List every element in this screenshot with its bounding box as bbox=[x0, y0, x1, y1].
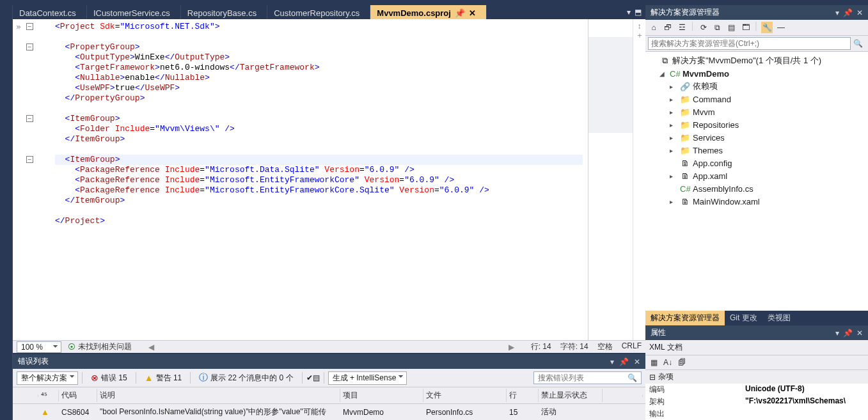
preview-icon[interactable]: 🔧 bbox=[761, 22, 773, 33]
solution-tree[interactable]: ⧉解决方案"MvvmDemo"(1 个项目/共 1 个)◢C#MvvmDemo▸… bbox=[645, 52, 868, 311]
build-intellisense-combo[interactable]: 生成 + IntelliSense bbox=[328, 371, 407, 385]
tree-node[interactable]: ⧉解决方案"MvvmDemo"(1 个项目/共 1 个) bbox=[647, 54, 867, 67]
fold-toggle[interactable]: − bbox=[26, 23, 33, 30]
node-label: Mvvm bbox=[693, 107, 715, 117]
properties-grid[interactable]: ⊟ 杂项编码Unicode (UTF-8)架构"F:\vs202217\xml\… bbox=[645, 370, 868, 420]
pin-icon[interactable]: 📌 bbox=[455, 8, 465, 18]
sync-icon[interactable]: ⟳ bbox=[698, 22, 709, 33]
collapse-icon[interactable]: ⧉ bbox=[712, 22, 723, 33]
pin-icon[interactable]: 📌 bbox=[619, 357, 629, 366]
tree-node[interactable]: ▸📁Services bbox=[647, 131, 867, 144]
pin-icon[interactable]: 📌 bbox=[843, 329, 853, 338]
filter-icon[interactable]: ✔▤ bbox=[306, 373, 320, 382]
tree-node[interactable]: ▸📁Themes bbox=[647, 144, 867, 157]
props-category[interactable]: ⊟ 杂项 bbox=[645, 370, 868, 384]
side-channel[interactable] bbox=[0, 5, 13, 420]
expand-icon[interactable]: ▸ bbox=[670, 83, 677, 90]
code-editor[interactable]: <Project Sdk="Microsoft.NET.Sdk"> <Prope… bbox=[36, 19, 588, 340]
right-tab[interactable]: 类视图 bbox=[762, 311, 796, 325]
props-row[interactable]: 架构"F:\vs202217\xml\Schemas\ bbox=[645, 396, 868, 408]
split-editor-icon[interactable]: ↕＋ bbox=[633, 19, 645, 340]
messages-filter[interactable]: ⓘ展示 22 个消息中的 0 个 bbox=[194, 371, 297, 385]
home-icon[interactable]: ⌂ bbox=[648, 22, 659, 33]
expand-icon[interactable]: ▸ bbox=[670, 147, 677, 154]
expand-icon[interactable]: ▸ bbox=[670, 198, 677, 205]
tree-node[interactable]: 🗎App.config bbox=[647, 157, 867, 169]
document-tab[interactable]: MvvmDemo.csproj📌✕ bbox=[370, 5, 487, 19]
solution-search: 🔍 bbox=[645, 36, 868, 52]
properties-toolbar: ▦ A↓ 🗐 bbox=[645, 355, 868, 370]
issues-status[interactable]: ⦿未找到相关问题 bbox=[68, 341, 132, 352]
error-search-input[interactable] bbox=[535, 372, 625, 384]
solution-explorer-title[interactable]: 解决方案资源管理器 ▾📌✕ bbox=[645, 5, 868, 20]
tree-node[interactable]: ▸🔗依赖项 bbox=[647, 80, 867, 93]
close-icon[interactable]: ✕ bbox=[856, 8, 863, 17]
tree-node[interactable]: ▸📁Command bbox=[647, 93, 867, 105]
switch-views-icon[interactable]: 🗗 bbox=[662, 22, 674, 33]
error-row[interactable]: ▲ CS8604 "bool PersonInfo.IsNameValid(st… bbox=[13, 404, 645, 420]
show-all-icon[interactable]: ▤ bbox=[726, 22, 738, 33]
errors-filter[interactable]: ⊗错误 15 bbox=[86, 371, 132, 385]
dropdown-icon[interactable]: ▾ bbox=[627, 8, 631, 17]
fold-toggle[interactable]: − bbox=[26, 156, 33, 163]
close-icon[interactable]: ✕ bbox=[856, 329, 863, 338]
expand-icon[interactable]: ▸ bbox=[670, 134, 677, 141]
properties-title[interactable]: 属性 ▾📌✕ bbox=[645, 325, 868, 340]
tree-node[interactable]: ▸📁Mvvm bbox=[647, 105, 867, 118]
expand-icon[interactable]: ◢ bbox=[659, 70, 667, 77]
categorized-icon[interactable]: ▦ bbox=[648, 357, 659, 368]
close-icon[interactable]: ✕ bbox=[469, 8, 476, 18]
zoom-combo[interactable]: 100 % bbox=[17, 341, 61, 353]
tree-node[interactable]: ▸📁Repositories bbox=[647, 118, 867, 131]
tree-node[interactable]: C#AssemblyInfo.cs bbox=[647, 182, 867, 195]
indent-mode[interactable]: 空格 bbox=[597, 341, 613, 352]
solution-search-input[interactable] bbox=[648, 37, 851, 50]
prop-value[interactable]: Unicode (UTF-8) bbox=[745, 384, 864, 395]
tree-node[interactable]: ▸🗎MainWindow.xaml bbox=[647, 195, 867, 208]
warnings-filter[interactable]: ▲警告 11 bbox=[140, 371, 187, 385]
expand-icon[interactable]: ▸ bbox=[670, 109, 677, 116]
expand-icon[interactable]: ▸ bbox=[670, 173, 677, 180]
document-tab[interactable]: ICustomerService.cs bbox=[87, 5, 181, 19]
pin-icon[interactable]: 📌 bbox=[843, 8, 853, 17]
panel-menu-icon[interactable]: ▾ bbox=[835, 329, 839, 338]
alpha-icon[interactable]: A↓ bbox=[662, 357, 674, 368]
tree-node[interactable]: ◢C#MvvmDemo bbox=[647, 67, 867, 80]
minimap[interactable] bbox=[588, 19, 633, 340]
tree-node[interactable]: ▸🗎App.xaml bbox=[647, 169, 867, 182]
split-icon[interactable]: ⬒ bbox=[635, 8, 642, 17]
prop-value[interactable] bbox=[745, 408, 864, 419]
properties-object[interactable]: XML 文档 bbox=[645, 340, 868, 355]
document-tab[interactable]: CustomerRepository.cs bbox=[267, 5, 370, 19]
search-icon[interactable]: 🔍 bbox=[625, 373, 640, 382]
close-icon[interactable]: ✕ bbox=[634, 357, 640, 366]
search-icon[interactable]: 🔍 bbox=[851, 39, 865, 48]
props-row[interactable]: 编码Unicode (UTF-8) bbox=[645, 384, 868, 396]
props-page-icon[interactable]: 🗐 bbox=[676, 357, 688, 368]
right-tab[interactable]: 解决方案资源管理器 bbox=[645, 311, 725, 325]
fold-toggle[interactable]: − bbox=[26, 115, 33, 122]
nav-icon[interactable]: — bbox=[775, 22, 787, 33]
right-tab[interactable]: Git 更改 bbox=[725, 311, 762, 325]
scope-combo[interactable]: 整个解决方案 bbox=[17, 371, 78, 385]
horizontal-scrollbar[interactable]: ◀▶ bbox=[142, 343, 521, 351]
document-tab[interactable]: RepositoryBase.cs bbox=[181, 5, 267, 19]
tab-label: ICustomerService.cs bbox=[93, 8, 170, 18]
collapse-icon[interactable]: ⊟ bbox=[649, 373, 656, 382]
props-row[interactable]: 输出 bbox=[645, 408, 868, 420]
error-list-title[interactable]: 错误列表 ▾📌✕ bbox=[13, 354, 645, 369]
error-search[interactable]: 🔍 bbox=[533, 371, 642, 384]
fold-toggle[interactable]: − bbox=[26, 43, 33, 51]
breakpoint-margin[interactable]: » bbox=[13, 19, 24, 340]
error-list-columns[interactable]: ⁴⁵ 代码 说明 项目 文件 行 禁止显示状态 bbox=[13, 387, 645, 404]
expand-icon[interactable]: ▸ bbox=[670, 121, 677, 128]
properties-icon[interactable]: 🗔 bbox=[740, 22, 752, 33]
panel-menu-icon[interactable]: ▾ bbox=[835, 8, 839, 17]
document-tab[interactable]: DataContext.cs bbox=[13, 5, 87, 19]
pending-changes-icon[interactable]: ☲ bbox=[676, 22, 688, 33]
eol-mode[interactable]: CRLF bbox=[622, 341, 642, 352]
expand-icon[interactable]: ▸ bbox=[670, 96, 677, 103]
prop-value[interactable]: "F:\vs202217\xml\Schemas\ bbox=[745, 396, 864, 407]
panel-menu-icon[interactable]: ▾ bbox=[610, 357, 614, 366]
outline-margin[interactable]: −−−− bbox=[24, 19, 36, 340]
